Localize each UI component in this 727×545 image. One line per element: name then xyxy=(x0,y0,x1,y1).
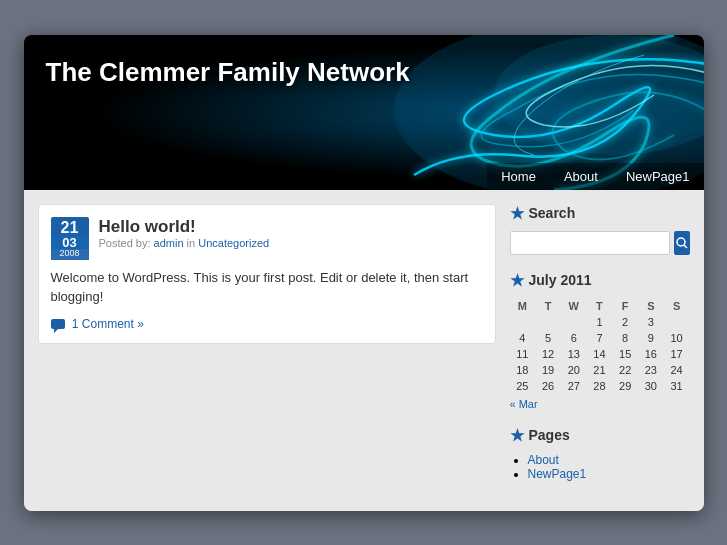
post-body: Welcome to WordPress. This is your first… xyxy=(51,268,483,307)
calendar-cell[interactable]: 29 xyxy=(612,378,638,394)
post-header: 21 03 2008 Hello world! Posted by: admin… xyxy=(51,217,483,260)
page-item-newpage1: NewPage1 xyxy=(528,467,690,481)
search-title-label: Search xyxy=(529,205,576,221)
content-area: 21 03 2008 Hello world! Posted by: admin… xyxy=(24,190,704,511)
site-title: The Clemmer Family Network xyxy=(46,57,410,88)
calendar-cell[interactable]: 16 xyxy=(638,346,664,362)
sidebar: ★ Search ★ July 2011 xyxy=(510,204,690,497)
calendar-cell[interactable]: 13 xyxy=(561,346,587,362)
calendar-cell xyxy=(510,314,536,330)
post-month: 03 xyxy=(51,236,89,249)
calendar-cell[interactable]: 26 xyxy=(535,378,561,394)
site-header: The Clemmer Family Network Home About Ne… xyxy=(24,35,704,190)
calendar-cell[interactable]: 21 xyxy=(587,362,613,378)
pages-widget: ★ Pages About NewPage1 xyxy=(510,426,690,481)
post-author-link[interactable]: admin xyxy=(154,237,184,249)
calendar-cell[interactable]: 11 xyxy=(510,346,536,362)
calendar-cell[interactable]: 31 xyxy=(664,378,690,394)
svg-line-3 xyxy=(684,245,687,248)
main-content: 21 03 2008 Hello world! Posted by: admin… xyxy=(38,204,496,497)
calendar-cell[interactable]: 19 xyxy=(535,362,561,378)
calendar-cell[interactable]: 2 xyxy=(612,314,638,330)
calendar-title-label: July 2011 xyxy=(529,272,592,288)
calendar-widget-title: ★ July 2011 xyxy=(510,271,690,290)
calendar-row: 18192021222324 xyxy=(510,362,690,378)
cal-day-m: M xyxy=(510,298,536,314)
search-input[interactable] xyxy=(510,231,670,255)
page-wrapper: The Clemmer Family Network Home About Ne… xyxy=(24,35,704,511)
calendar-body: 1234567891011121314151617181920212223242… xyxy=(510,314,690,394)
calendar-row: 45678910 xyxy=(510,330,690,346)
page-link-newpage1[interactable]: NewPage1 xyxy=(528,467,587,481)
cal-prev-link[interactable]: « Mar xyxy=(510,398,538,410)
calendar-star-icon: ★ xyxy=(510,271,524,290)
calendar-cell[interactable]: 1 xyxy=(587,314,613,330)
calendar-cell[interactable]: 5 xyxy=(535,330,561,346)
cal-day-s2: S xyxy=(664,298,690,314)
nav-newpage1[interactable]: NewPage1 xyxy=(612,163,704,190)
calendar-cell[interactable]: 8 xyxy=(612,330,638,346)
pages-list: About NewPage1 xyxy=(510,453,690,481)
post-meta: Posted by: admin in Uncategorized xyxy=(99,237,270,249)
pages-widget-title: ★ Pages xyxy=(510,426,690,445)
cal-day-w: W xyxy=(561,298,587,314)
date-badge: 21 03 2008 xyxy=(51,217,89,260)
search-box xyxy=(510,231,690,255)
calendar-cell[interactable]: 28 xyxy=(587,378,613,394)
post-title-area: Hello world! Posted by: admin in Uncateg… xyxy=(99,217,270,249)
search-widget-title: ★ Search xyxy=(510,204,690,223)
search-star-icon: ★ xyxy=(510,204,524,223)
calendar-cell[interactable]: 18 xyxy=(510,362,536,378)
calendar-cell[interactable]: 24 xyxy=(664,362,690,378)
calendar-row: 123 xyxy=(510,314,690,330)
post-meta-in: in xyxy=(187,237,199,249)
pages-title-label: Pages xyxy=(529,427,570,443)
pages-star-icon: ★ xyxy=(510,426,524,445)
post-meta-prefix: Posted by: xyxy=(99,237,151,249)
post-card: 21 03 2008 Hello world! Posted by: admin… xyxy=(38,204,496,344)
calendar-row: 11121314151617 xyxy=(510,346,690,362)
svg-point-2 xyxy=(677,238,685,246)
page-link-about[interactable]: About xyxy=(528,453,559,467)
calendar-cell[interactable]: 27 xyxy=(561,378,587,394)
calendar-cell[interactable]: 10 xyxy=(664,330,690,346)
post-footer: 1 Comment » xyxy=(51,317,483,331)
page-item-about: About xyxy=(528,453,690,467)
calendar-cell[interactable]: 4 xyxy=(510,330,536,346)
search-icon xyxy=(676,237,688,249)
calendar-widget: ★ July 2011 M T W T F S S xyxy=(510,271,690,410)
calendar-cell[interactable]: 6 xyxy=(561,330,587,346)
comments-link[interactable]: 1 Comment » xyxy=(72,317,144,331)
calendar-cell[interactable]: 17 xyxy=(664,346,690,362)
calendar-cell xyxy=(535,314,561,330)
calendar-cell[interactable]: 15 xyxy=(612,346,638,362)
calendar-row: 25262728293031 xyxy=(510,378,690,394)
cal-day-t2: T xyxy=(587,298,613,314)
calendar-cell xyxy=(561,314,587,330)
calendar-cell[interactable]: 12 xyxy=(535,346,561,362)
calendar-table: M T W T F S S 12345678910111213141516171… xyxy=(510,298,690,394)
search-button[interactable] xyxy=(674,231,690,255)
calendar-cell[interactable]: 9 xyxy=(638,330,664,346)
calendar-cell[interactable]: 7 xyxy=(587,330,613,346)
calendar-nav: « Mar xyxy=(510,398,690,410)
calendar-cell[interactable]: 23 xyxy=(638,362,664,378)
cal-day-t1: T xyxy=(535,298,561,314)
calendar-cell[interactable]: 22 xyxy=(612,362,638,378)
comment-icon xyxy=(51,319,65,329)
nav-about[interactable]: About xyxy=(550,163,612,190)
calendar-cell[interactable]: 3 xyxy=(638,314,664,330)
post-title: Hello world! xyxy=(99,217,270,237)
nav-home[interactable]: Home xyxy=(487,163,550,190)
main-nav: Home About NewPage1 xyxy=(487,163,703,190)
calendar-cell[interactable]: 20 xyxy=(561,362,587,378)
search-widget: ★ Search xyxy=(510,204,690,255)
post-day: 21 xyxy=(51,217,89,236)
calendar-cell[interactable]: 30 xyxy=(638,378,664,394)
calendar-cell[interactable]: 14 xyxy=(587,346,613,362)
cal-day-f: F xyxy=(612,298,638,314)
calendar-cell[interactable]: 25 xyxy=(510,378,536,394)
cal-day-s1: S xyxy=(638,298,664,314)
post-year: 2008 xyxy=(51,249,89,260)
post-category-link[interactable]: Uncategorized xyxy=(198,237,269,249)
